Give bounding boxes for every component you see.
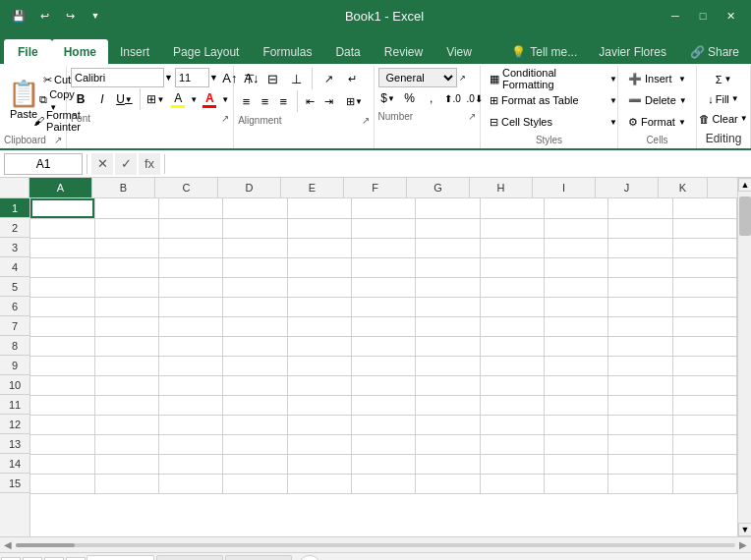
italic-button[interactable]: I (92, 89, 112, 109)
cell-H11[interactable] (480, 395, 544, 415)
clipboard-expand-icon[interactable]: ↗ (54, 135, 62, 145)
row-num-13[interactable]: 13 (0, 434, 29, 454)
cell-C14[interactable] (159, 454, 223, 474)
row-num-5[interactable]: 5 (0, 277, 29, 297)
cell-F1[interactable] (352, 198, 416, 218)
cell-I11[interactable] (545, 395, 608, 415)
cell-H4[interactable] (480, 257, 544, 277)
minimize-btn[interactable]: ─ (663, 6, 688, 26)
row-num-4[interactable]: 4 (0, 257, 29, 277)
row-num-1[interactable]: 1 (0, 198, 29, 218)
h-scroll-track[interactable] (16, 543, 735, 547)
cell-J10[interactable] (608, 375, 672, 395)
cell-D6[interactable] (223, 297, 287, 316)
tab-view[interactable]: View (434, 39, 484, 64)
cell-K15[interactable] (672, 474, 736, 493)
cell-C10[interactable] (159, 375, 223, 395)
cell-G4[interactable] (416, 257, 480, 277)
cell-J7[interactable] (608, 316, 672, 336)
cut-button[interactable]: ✂Cut (45, 70, 69, 89)
cell-F14[interactable] (352, 454, 416, 474)
cell-B6[interactable] (94, 297, 158, 316)
cell-J9[interactable] (608, 356, 672, 375)
cell-F2[interactable] (352, 218, 416, 238)
cell-B1[interactable] (94, 198, 158, 218)
cell-K8[interactable] (672, 336, 736, 356)
cell-J11[interactable] (608, 395, 672, 415)
sheet-tab-1[interactable]: Sheet1 (87, 555, 154, 561)
cell-C11[interactable] (159, 395, 223, 415)
h-scroll-thumb[interactable] (16, 543, 75, 547)
row-num-14[interactable]: 14 (0, 454, 29, 474)
cell-B14[interactable] (94, 454, 158, 474)
cell-G8[interactable] (416, 336, 480, 356)
cell-D7[interactable] (223, 316, 287, 336)
cell-K7[interactable] (672, 316, 736, 336)
cell-G9[interactable] (416, 356, 480, 375)
cell-H14[interactable] (480, 454, 544, 474)
cell-K6[interactable] (672, 297, 736, 316)
cell-G2[interactable] (416, 218, 480, 238)
scroll-left-btn[interactable]: ◀ (4, 539, 12, 550)
cell-K1[interactable] (672, 198, 736, 218)
cell-B5[interactable] (94, 277, 158, 297)
cell-D13[interactable] (223, 434, 287, 454)
cell-C15[interactable] (159, 474, 223, 493)
orientation-btn[interactable]: ↗ (318, 69, 339, 88)
cell-F9[interactable] (352, 356, 416, 375)
indent-btn[interactable]: ⇥ (320, 91, 337, 111)
cell-G3[interactable] (416, 238, 480, 257)
col-header-K[interactable]: K (659, 178, 708, 197)
cell-F12[interactable] (352, 415, 416, 434)
number-expand-icon[interactable]: ↗ (468, 111, 476, 122)
cell-C13[interactable] (159, 434, 223, 454)
cell-A4[interactable] (30, 257, 94, 277)
cell-I1[interactable] (545, 198, 608, 218)
cell-H10[interactable] (480, 375, 544, 395)
font-name-input[interactable] (71, 68, 164, 87)
cell-I12[interactable] (545, 415, 608, 434)
col-header-J[interactable]: J (596, 178, 659, 197)
cell-D2[interactable] (223, 218, 287, 238)
cell-F11[interactable] (352, 395, 416, 415)
font-expand-icon[interactable]: ↗ (221, 113, 229, 124)
cell-I13[interactable] (545, 434, 608, 454)
scroll-right-btn[interactable]: ▶ (739, 539, 747, 550)
sheet-tab-3[interactable]: Sheet3 (225, 555, 292, 560)
col-header-H[interactable]: H (470, 178, 533, 197)
cell-J12[interactable] (608, 415, 672, 434)
cell-D3[interactable] (223, 238, 287, 257)
autosum-btn[interactable]: Σ▼ (712, 72, 736, 87)
cell-D12[interactable] (223, 415, 287, 434)
cell-J3[interactable] (608, 238, 672, 257)
scroll-track[interactable] (738, 192, 751, 523)
user-name[interactable]: Javier Flores (587, 39, 678, 64)
sheet-nav-first[interactable]: |◀ (1, 557, 21, 561)
cell-B3[interactable] (94, 238, 158, 257)
col-header-C[interactable]: C (155, 178, 218, 197)
tab-review[interactable]: Review (373, 39, 434, 64)
scroll-down-btn[interactable]: ▼ (738, 523, 751, 536)
tab-file[interactable]: File (4, 39, 52, 64)
cell-C7[interactable] (159, 316, 223, 336)
close-btn[interactable]: ✕ (718, 6, 743, 26)
cell-D11[interactable] (223, 395, 287, 415)
cell-I14[interactable] (545, 454, 608, 474)
cell-B15[interactable] (94, 474, 158, 493)
maximize-btn[interactable]: □ (690, 6, 716, 26)
cell-G7[interactable] (416, 316, 480, 336)
bold-button[interactable]: B (71, 89, 90, 109)
cell-A11[interactable] (30, 395, 94, 415)
middle-align-btn[interactable]: ⊟ (261, 69, 283, 88)
cell-I8[interactable] (545, 336, 608, 356)
format-btn[interactable]: ⚙ Format ▼ (622, 111, 692, 133)
confirm-formula-btn[interactable]: ✓ (115, 153, 137, 175)
cell-J8[interactable] (608, 336, 672, 356)
cell-D15[interactable] (223, 474, 287, 493)
cell-I5[interactable] (545, 277, 608, 297)
cell-H13[interactable] (480, 434, 544, 454)
cell-F3[interactable] (352, 238, 416, 257)
cell-D1[interactable] (223, 198, 287, 218)
cell-J4[interactable] (608, 257, 672, 277)
cell-A10[interactable] (30, 375, 94, 395)
